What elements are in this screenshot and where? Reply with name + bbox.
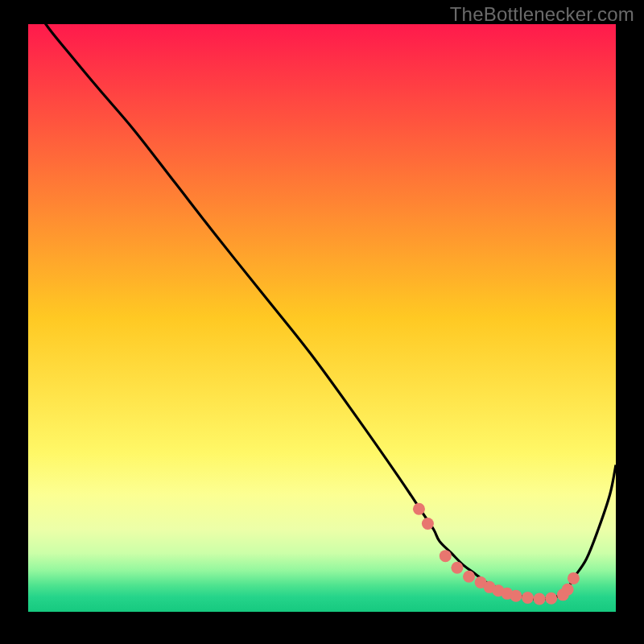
chart-container: TheBottlenecker.com xyxy=(0,0,644,644)
data-marker xyxy=(510,590,522,602)
data-marker xyxy=(522,592,534,604)
data-marker xyxy=(413,503,425,515)
plot-area xyxy=(28,24,616,612)
data-marker xyxy=(534,592,546,605)
watermark-text: TheBottlenecker.com xyxy=(450,3,634,26)
plot-svg xyxy=(28,24,616,612)
data-marker xyxy=(440,550,452,562)
data-marker xyxy=(562,584,574,596)
data-marker xyxy=(568,572,580,584)
data-marker xyxy=(463,571,475,583)
data-marker xyxy=(451,562,463,574)
gradient-background xyxy=(28,24,616,612)
data-marker xyxy=(422,518,434,530)
data-marker xyxy=(545,592,557,605)
